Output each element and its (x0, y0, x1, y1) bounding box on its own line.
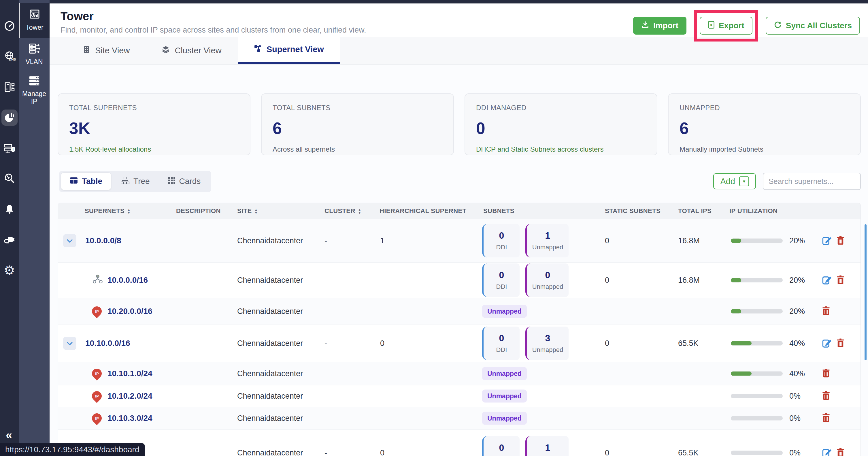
site-cell: Chennaidatacenter (237, 307, 303, 316)
trash-icon (837, 448, 844, 456)
column-header-total-ips: TOTAL IPS (678, 203, 712, 219)
sort-icon: ▲▼ (254, 208, 258, 214)
sidebar-item-vlan[interactable]: VLAN (19, 38, 50, 70)
table-row: 10.0.0.0/8Chennaidatacenter-10DDI1Unmapp… (58, 219, 861, 263)
table-row: IP10.10.1.0/24ChennaidatacenterUnmapped4… (58, 362, 861, 385)
unmapped-badge: Unmapped (482, 412, 527, 425)
site-cell: Chennaidatacenter (237, 392, 303, 401)
tab-cluster-view[interactable]: Cluster View (146, 37, 238, 64)
row-actions (822, 448, 844, 456)
static-subnets-cell: 0 (605, 276, 609, 285)
unmapped-subnets-box: 3Unmapped (525, 327, 568, 360)
static-subnets-cell: 0 (605, 236, 609, 245)
delete-button[interactable] (822, 391, 830, 401)
dashboard-gauge-icon[interactable] (1, 18, 18, 34)
primary-sidebar: DNS!⚙ (0, 0, 19, 456)
edit-pencil-icon (822, 236, 832, 246)
delete-button[interactable] (837, 338, 844, 348)
utilization-bar (731, 278, 783, 282)
delete-button[interactable] (837, 236, 844, 246)
column-header-description: DESCRIPTION (176, 203, 221, 219)
edit-button[interactable] (822, 448, 832, 456)
view-tree-button[interactable]: Tree (112, 173, 158, 190)
column-header-site[interactable]: SITE▲▼ (237, 203, 258, 219)
sidebar-item-tower[interactable]: Tower (19, 3, 50, 38)
import-button[interactable]: Import (633, 17, 686, 35)
edit-pencil-icon (822, 275, 832, 286)
column-header-subnets: SUBNETS (483, 203, 515, 219)
tab-site-view[interactable]: Site View (67, 37, 146, 64)
settings-gear-icon[interactable]: ⚙ (1, 262, 18, 278)
supernet-cidr-link[interactable]: 10.10.3.0/24 (107, 414, 152, 423)
browser-status-url: https://10.73.17.95:9443/#/dashboard (0, 443, 145, 456)
svg-text:DNS: DNS (9, 58, 16, 61)
expand-row-button[interactable] (63, 234, 76, 247)
export-button[interactable]: x Export (700, 17, 752, 35)
delete-button[interactable] (837, 275, 844, 285)
tab-supernet-view[interactable]: Supernet View (238, 37, 340, 64)
dns-globe-icon[interactable]: DNS (1, 49, 18, 65)
delete-button[interactable] (822, 413, 830, 423)
view-tabs: Site View Cluster View Supernet View (50, 37, 868, 65)
edit-button[interactable] (822, 236, 832, 246)
trash-icon (822, 391, 830, 401)
column-header-ip-utilization: IP UTILIZATION (730, 203, 777, 219)
integrations-plug-icon[interactable] (1, 232, 18, 248)
sidebar-item-label: Manage IP (20, 90, 49, 105)
total-ips-cell: 16.8M (678, 236, 700, 245)
reports-pie-icon[interactable] (1, 110, 18, 126)
supernet-cidr-link[interactable]: 10.10.1.0/24 (107, 369, 152, 378)
ddi-subnets-box: 0DDI (482, 224, 520, 257)
sidebar-item-manage-ip[interactable]: Manage IP (19, 70, 50, 110)
row-actions (822, 368, 830, 379)
sidebar-collapse-button[interactable]: « (4, 429, 14, 441)
row-actions (822, 391, 830, 401)
column-header-cluster[interactable]: CLUSTER▲▼ (324, 203, 361, 219)
scrollbar-thumb[interactable] (865, 224, 867, 360)
unmapped-subnets-box: 1Unmapped (525, 436, 568, 456)
hierarchical-supernet-cell: 0 (380, 339, 384, 348)
supernet-cidr-link[interactable]: 10.0.0.0/8 (85, 236, 121, 245)
main-content: Tower Find, monitor, and control IP spac… (50, 3, 868, 456)
notifications-bell-icon[interactable] (1, 201, 18, 217)
server-alert-icon[interactable]: ! (1, 140, 18, 156)
tower-app: DNS!⚙ « TowerVLANManage IP Tower Find, m… (0, 0, 868, 456)
view-table-button[interactable]: Table (61, 173, 111, 190)
utilization-bar (731, 416, 783, 421)
utilization-bar (731, 371, 783, 376)
supernet-cidr-link[interactable]: 10.10.2.0/24 (107, 391, 152, 401)
view-cards-button[interactable]: Cards (160, 173, 210, 190)
supernet-cidr-link[interactable]: 10.0.0.0/16 (107, 276, 148, 285)
supernet-cidr-link[interactable]: 10.20.0.0/16 (107, 307, 152, 316)
delete-button[interactable] (837, 448, 844, 456)
expand-row-button[interactable] (63, 337, 76, 350)
supernet-cidr-link[interactable]: 10.10.0.0/16 (85, 339, 130, 348)
ipam-branch-icon[interactable] (1, 79, 18, 95)
unmapped-subnets-box: 1Unmapped (525, 224, 568, 257)
svg-text:!: ! (12, 148, 13, 152)
table-grid-icon (70, 177, 78, 186)
total-ips-cell: 65.5K (678, 339, 699, 348)
discovery-search-icon[interactable] (1, 171, 18, 187)
utilization-percent: 40% (789, 339, 805, 348)
table-body: 10.0.0.0/8Chennaidatacenter-10DDI1Unmapp… (58, 219, 861, 456)
delete-button[interactable] (822, 306, 830, 316)
supernet-network-icon (254, 45, 261, 54)
manage-ip-icon (28, 75, 41, 88)
import-icon (641, 21, 649, 31)
ddi-subnets-box: 0DDI (482, 436, 520, 456)
column-header-supernets[interactable]: SUPERNETS▲▼ (85, 203, 130, 219)
trash-icon (837, 236, 844, 246)
table-row: IP10.10.3.0/24ChennaidatacenterUnmapped0… (58, 407, 861, 430)
delete-button[interactable] (822, 368, 830, 379)
ip-pin-icon: IP (92, 413, 102, 423)
trash-icon (837, 275, 844, 285)
tree-hierarchy-icon (121, 177, 129, 186)
edit-pencil-icon (822, 448, 832, 456)
sync-all-clusters-button[interactable]: Sync All Clusters (766, 17, 860, 35)
search-supernets-input[interactable] (763, 173, 861, 190)
edit-button[interactable] (822, 275, 832, 286)
edit-button[interactable] (822, 338, 832, 349)
add-supernet-button[interactable]: Add ▾ (713, 173, 756, 189)
ip-pin-icon: IP (92, 306, 102, 316)
